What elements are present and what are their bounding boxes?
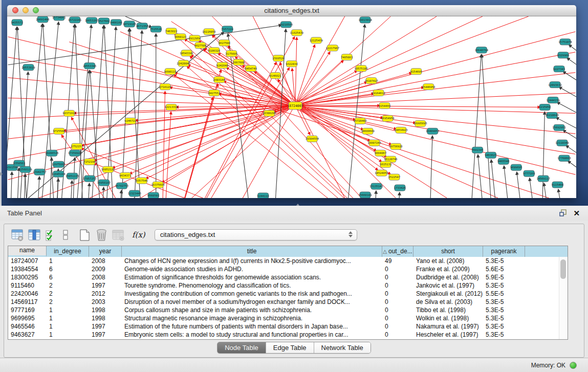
node-label: 16954950 xyxy=(381,117,394,120)
node-label: 7485083 xyxy=(341,56,353,59)
sort-ascending-icon: △ xyxy=(383,249,387,254)
table-vertical-scrollbar[interactable] xyxy=(559,257,568,339)
table-row[interactable]: 969969511998Structural magnetic resonanc… xyxy=(8,314,559,322)
table-cell: 2 xyxy=(47,281,89,290)
table-cell: Structural magnetic resonance image aver… xyxy=(122,314,382,322)
node-label: 9242848 xyxy=(216,64,228,67)
node-label: 7515526 xyxy=(150,28,162,31)
show-columns-button[interactable] xyxy=(28,229,41,242)
function-builder-button[interactable]: f(x) xyxy=(132,230,145,239)
column-header-short[interactable]: short xyxy=(413,246,483,257)
zoom-window-button[interactable] xyxy=(33,7,39,13)
table-cell xyxy=(525,257,559,265)
node-label: 16782753 xyxy=(115,184,128,187)
node-label: 16120746 xyxy=(384,158,397,161)
column-header-empty[interactable] xyxy=(525,246,559,257)
table-cell: Estimation of the future numbers of pati… xyxy=(122,322,382,331)
table-cell: Nakamura et al. (1997) xyxy=(413,322,483,331)
table-row[interactable]: 1872400712008Changes of HCN gene express… xyxy=(8,257,559,265)
tab-edge-table[interactable]: Edge Table xyxy=(266,342,314,353)
table-cell: 2008 xyxy=(89,273,122,281)
table-cell: Estimation of significance thresholds fo… xyxy=(122,273,382,281)
node-label: 9115460 xyxy=(552,183,563,186)
node-label: 9699695 xyxy=(510,166,522,169)
node-label: 9227343 xyxy=(553,68,565,71)
table-cell: 6 xyxy=(47,273,89,281)
node-label: 8350561 xyxy=(13,162,25,165)
node-label: 9827508 xyxy=(219,41,230,45)
node-label: 20206526 xyxy=(45,151,58,155)
table-cell: 2003 xyxy=(89,298,122,306)
node-label: 9246722 xyxy=(124,119,136,122)
table-row[interactable]: 1456911722003Disruption of a novel membe… xyxy=(8,298,559,306)
close-panel-icon[interactable]: ✕ xyxy=(573,209,580,217)
tab-network-table[interactable]: Network Table xyxy=(314,342,371,353)
table-row[interactable]: 946362711997Embryonic stem cells: a mode… xyxy=(8,331,559,339)
table-cell: 1 xyxy=(47,306,89,314)
memory-status-indicator[interactable] xyxy=(570,362,577,369)
node-label: 17957253 xyxy=(83,177,96,180)
table-cell xyxy=(525,306,559,314)
node-label: 9357546 xyxy=(136,179,147,182)
node-label: 18375685 xyxy=(151,183,165,186)
column-header-name[interactable]: name xyxy=(8,246,47,257)
node-label: 18813014 xyxy=(358,18,372,21)
table-cell: 2009 xyxy=(89,265,122,273)
delete-table-button-disabled xyxy=(112,229,125,242)
node-label: 1527602 xyxy=(98,19,110,23)
table-row[interactable]: 1830029562008Estimation of significance … xyxy=(8,273,559,281)
table-row[interactable]: 977716911998Corpus callosum shape and si… xyxy=(8,306,559,314)
close-window-button[interactable] xyxy=(12,7,18,13)
network-canvas[interactable]: 1872400794355722069140615734061167222411… xyxy=(7,16,576,198)
table-row[interactable]: 946554611997Estimation of the future num… xyxy=(8,322,559,331)
table-cell xyxy=(525,273,559,281)
table-cell: 5.3E-5 xyxy=(483,298,525,306)
table-cell: 0 xyxy=(382,322,413,331)
column-header-year[interactable]: year xyxy=(89,246,122,257)
column-header-pagerank[interactable]: pagerank xyxy=(483,246,525,257)
column-header-out_de...[interactable]: △out_de... xyxy=(382,246,413,257)
table-cell xyxy=(525,281,559,290)
table-cell: 18300295 xyxy=(8,273,47,281)
table-cell xyxy=(525,331,559,339)
table-selector-dropdown[interactable]: citations_edges.txt xyxy=(155,229,357,240)
node-label: 19756928 xyxy=(389,145,402,148)
new-column-button[interactable] xyxy=(78,229,91,242)
table-cell: 2012 xyxy=(89,290,122,298)
node-label: 9634371 xyxy=(119,174,131,177)
table-settings-button[interactable] xyxy=(11,229,24,242)
table-cell xyxy=(525,314,559,322)
table-cell: 2008 xyxy=(89,257,122,265)
node-label: 18226058 xyxy=(202,30,215,33)
minimize-window-button[interactable] xyxy=(23,7,29,13)
node-label: 15660101 xyxy=(358,193,372,196)
node-label: 16958187 xyxy=(97,181,111,184)
table-row[interactable]: 911546021997Tourette syndrome. Phenomeno… xyxy=(8,281,559,290)
table-cell: 22420046 xyxy=(8,290,47,298)
table-panel-header: Table Panel ✕ xyxy=(0,206,588,221)
column-pair-button[interactable] xyxy=(62,229,69,242)
table-row[interactable]: 1938455462009Genome-wide association stu… xyxy=(8,265,559,273)
delete-column-button[interactable] xyxy=(95,229,108,242)
table-toolbar: f(x) citations_edges.txt xyxy=(4,224,584,246)
table-panel-body: f(x) citations_edges.txt namein_degreeye… xyxy=(4,224,584,358)
column-header-in_degree[interactable]: in_degree xyxy=(47,246,89,257)
table-cell: 0 xyxy=(382,298,413,306)
network-window-titlebar[interactable]: citations_edges.txt xyxy=(7,5,576,16)
node-label: 15446950 xyxy=(422,85,435,89)
tab-node-table[interactable]: Node Table xyxy=(217,342,266,353)
dropdown-stepper-icon xyxy=(349,231,353,237)
table-cell: Jankovic et al. (1997) xyxy=(413,281,483,290)
column-header-title[interactable]: title xyxy=(122,246,382,257)
node-label: 15051135 xyxy=(66,174,79,178)
table-body: 1872400712008Changes of HCN gene express… xyxy=(8,257,559,339)
node-label: 19164612 xyxy=(372,92,385,95)
scrollbar-thumb[interactable] xyxy=(560,259,566,279)
table-cell: 2 xyxy=(47,290,89,298)
select-all-button[interactable] xyxy=(45,229,58,242)
table-cell: Stergiakouli et al. (2012) xyxy=(413,290,483,298)
table-row[interactable]: 2242004622012Investigating the contribut… xyxy=(8,290,559,298)
table-panel-title: Table Panel xyxy=(7,209,42,217)
network-window-title: citations_edges.txt xyxy=(7,5,576,16)
float-panel-icon[interactable] xyxy=(559,209,567,217)
